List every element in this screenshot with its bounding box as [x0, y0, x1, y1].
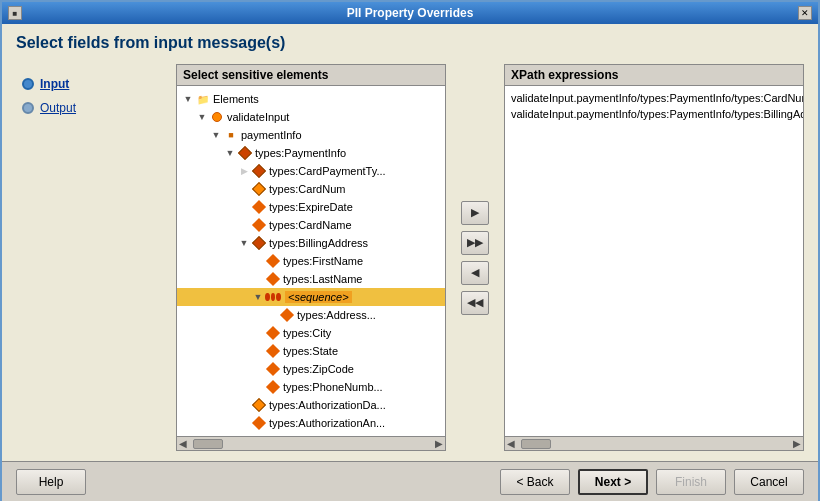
tree-item-ZipCode[interactable]: ▶ types:ZipCode	[177, 360, 445, 378]
xpath-content[interactable]: validateInput.paymentInfo/types:PaymentI…	[505, 86, 803, 436]
element-icon-LastName	[265, 272, 281, 286]
add-one-button[interactable]: ▶	[461, 201, 489, 225]
bottom-bar: Help < Back Next > Finish Cancel	[2, 461, 818, 501]
tree-item-State[interactable]: ▶ types:State	[177, 342, 445, 360]
complex-icon-BillingAddress	[251, 236, 267, 250]
element-icon-Address	[279, 308, 295, 322]
middle-buttons: ▶ ▶▶ ◀ ◀◀	[456, 64, 494, 451]
back-button[interactable]: < Back	[500, 469, 570, 495]
close-button[interactable]: ✕	[798, 6, 812, 20]
folder-icon-elements: 📁	[195, 92, 211, 106]
bottom-right-buttons: < Back Next > Finish Cancel	[500, 469, 804, 495]
xpath-item-1[interactable]: validateInput.paymentInfo/types:PaymentI…	[509, 106, 799, 122]
tree-label-paymentInfo: paymentInfo	[241, 129, 302, 141]
tree-label-Address: types:Address...	[297, 309, 376, 321]
tree-item-PaymentInfo[interactable]: ▼ types:PaymentInfo	[177, 144, 445, 162]
element-icon-FirstName	[265, 254, 281, 268]
var-icon-validateInput	[209, 110, 225, 124]
tree-scroll[interactable]: ▼ 📁 Elements ▼ validateInput ▼	[177, 86, 445, 436]
tree-item-City[interactable]: ▶ types:City	[177, 324, 445, 342]
element-icon-paymentInfo: ■	[223, 128, 239, 142]
help-button[interactable]: Help	[16, 469, 86, 495]
tree-label-State: types:State	[283, 345, 338, 357]
element-icon-State	[265, 344, 281, 358]
element-icon-ZipCode	[265, 362, 281, 376]
next-button[interactable]: Next >	[578, 469, 648, 495]
tree-scrollbar-h[interactable]: ◀ ▶	[177, 436, 445, 450]
element-icon-City	[265, 326, 281, 340]
cancel-button[interactable]: Cancel	[734, 469, 804, 495]
tree-label-AuthorizationDa: types:AuthorizationDa...	[269, 399, 386, 411]
tree-item-CardNum[interactable]: ▶ types:CardNum	[177, 180, 445, 198]
tree-label-CardName: types:CardName	[269, 219, 352, 231]
tree-item-BillingAddress[interactable]: ▼ types:BillingAddress	[177, 234, 445, 252]
add-all-button[interactable]: ▶▶	[461, 231, 489, 255]
sequence-icon	[265, 290, 281, 304]
tree-item-AuthorizationDa[interactable]: ▶ types:AuthorizationDa...	[177, 396, 445, 414]
expander-PaymentInfo[interactable]: ▼	[223, 146, 237, 160]
expander-validateInput[interactable]: ▼	[195, 110, 209, 124]
input-dot	[22, 78, 34, 90]
page-title: Select fields from input message(s)	[16, 34, 804, 52]
tree-item-PhoneNum[interactable]: ▶ types:PhoneNumb...	[177, 378, 445, 396]
tree-scrollbar-thumb[interactable]	[193, 439, 223, 449]
tree-label-elements: Elements	[213, 93, 259, 105]
element-icon-CardName	[251, 218, 267, 232]
tree-item-validateInput[interactable]: ▼ validateInput	[177, 108, 445, 126]
tree-label-CardPaymentType: types:CardPaymentTy...	[269, 165, 386, 177]
tree-item-paymentInfo[interactable]: ▼ ■ paymentInfo	[177, 126, 445, 144]
titlebar: ■ PII Property Overrides ✕	[2, 2, 818, 24]
nav-item-output[interactable]: Output	[16, 98, 166, 118]
tree-item-FirstName[interactable]: ▶ types:FirstName	[177, 252, 445, 270]
tree-label-ExpireDate: types:ExpireDate	[269, 201, 353, 213]
tree-item-CardName[interactable]: ▶ types:CardName	[177, 216, 445, 234]
expander-sequence[interactable]: ▼	[251, 290, 265, 304]
tree-label-LastName: types:LastName	[283, 273, 362, 285]
tree-item-AuthorizationAn[interactable]: ▶ types:AuthorizationAn...	[177, 414, 445, 432]
nav-label-output: Output	[40, 101, 76, 115]
tree-label-sequence: <sequence>	[285, 291, 352, 303]
nav-label-input: Input	[40, 77, 69, 91]
tree-item-elements[interactable]: ▼ 📁 Elements	[177, 90, 445, 108]
expander-CardPaymentType[interactable]: ▶	[237, 164, 251, 178]
tree-item-ExpireDate[interactable]: ▶ types:ExpireDate	[177, 198, 445, 216]
left-nav: Input Output	[16, 64, 166, 451]
window-icon[interactable]: ■	[8, 6, 22, 20]
tree-label-validateInput: validateInput	[227, 111, 289, 123]
window-title: PII Property Overrides	[22, 6, 798, 20]
tree-panel: Select sensitive elements ▼ 📁 Elements ▼	[176, 64, 446, 451]
tree-label-AuthorizationAn: types:AuthorizationAn...	[269, 417, 385, 429]
complex-icon-CardPaymentType	[251, 164, 267, 178]
expander-elements[interactable]: ▼	[181, 92, 195, 106]
checked-icon-CardNum	[251, 182, 267, 196]
tree-label-CardNum: types:CardNum	[269, 183, 345, 195]
tree-item-LastName[interactable]: ▶ types:LastName	[177, 270, 445, 288]
expander-BillingAddress[interactable]: ▼	[237, 236, 251, 250]
content-area: Input Output Select sensitive elements ▼…	[16, 64, 804, 451]
tree-label-FirstName: types:FirstName	[283, 255, 363, 267]
xpath-scrollbar-h[interactable]: ◀ ▶	[505, 436, 803, 450]
tree-panel-header: Select sensitive elements	[177, 65, 445, 86]
remove-one-button[interactable]: ◀	[461, 261, 489, 285]
output-dot	[22, 102, 34, 114]
element-icon-ExpireDate	[251, 200, 267, 214]
xpath-panel-header: XPath expressions	[505, 65, 803, 86]
complex-icon-PaymentInfo	[237, 146, 253, 160]
nav-item-input[interactable]: Input	[16, 74, 166, 94]
checked-icon-AuthorizationDa	[251, 398, 267, 412]
tree-label-PhoneNum: types:PhoneNumb...	[283, 381, 383, 393]
tree-label-ZipCode: types:ZipCode	[283, 363, 354, 375]
tree-item-sequence[interactable]: ▼ <sequence>	[177, 288, 445, 306]
xpath-item-0[interactable]: validateInput.paymentInfo/types:PaymentI…	[509, 90, 799, 106]
remove-all-button[interactable]: ◀◀	[461, 291, 489, 315]
expander-paymentInfo[interactable]: ▼	[209, 128, 223, 142]
element-icon-PhoneNum	[265, 380, 281, 394]
main-content: Select fields from input message(s) Inpu…	[2, 24, 818, 461]
tree-item-CardPaymentType[interactable]: ▶ types:CardPaymentTy...	[177, 162, 445, 180]
xpath-panel: XPath expressions validateInput.paymentI…	[504, 64, 804, 451]
xpath-scrollbar-thumb[interactable]	[521, 439, 551, 449]
tree-item-Address[interactable]: ▶ types:Address...	[177, 306, 445, 324]
finish-button[interactable]: Finish	[656, 469, 726, 495]
tree-label-City: types:City	[283, 327, 331, 339]
tree-label-BillingAddress: types:BillingAddress	[269, 237, 368, 249]
